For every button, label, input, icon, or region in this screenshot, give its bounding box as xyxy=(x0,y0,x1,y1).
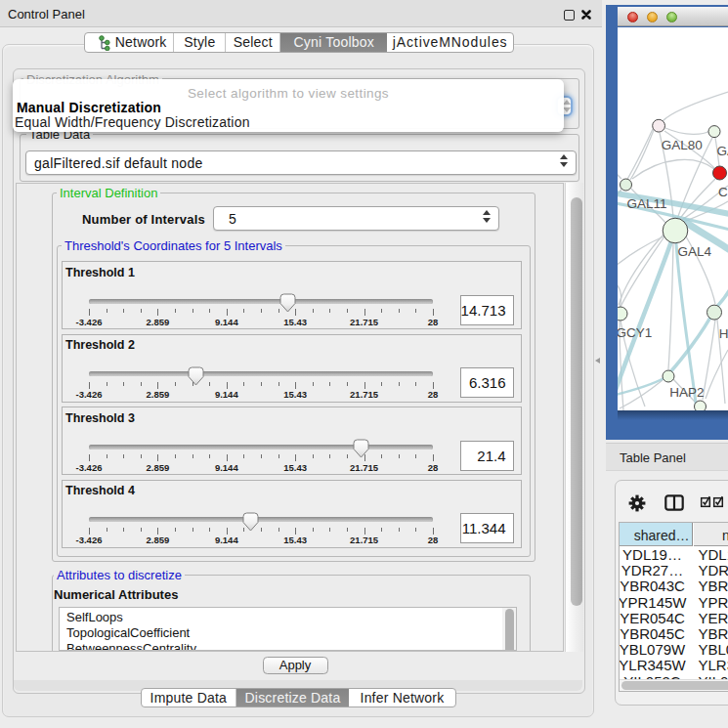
svg-text:HAP2: HAP2 xyxy=(669,385,704,400)
svg-text:GAL80: GAL80 xyxy=(662,138,703,152)
svg-text:CR: CR xyxy=(718,185,728,199)
svg-text:GAL4: GAL4 xyxy=(677,244,711,259)
svg-text:GAL11: GAL11 xyxy=(627,196,667,211)
svg-text:GCY1: GCY1 xyxy=(618,325,652,340)
svg-text:HA: HA xyxy=(719,326,728,341)
svg-text:GA: GA xyxy=(717,144,728,158)
